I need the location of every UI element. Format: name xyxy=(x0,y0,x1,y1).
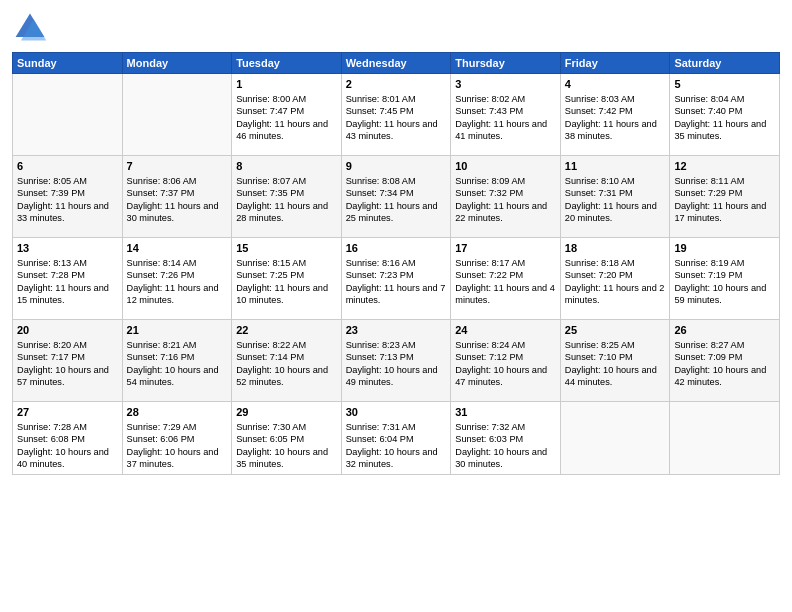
sunrise: Sunrise: 8:27 AM xyxy=(674,340,744,350)
day-number: 18 xyxy=(565,241,666,256)
daylight: Daylight: 11 hours and 2 minutes. xyxy=(565,283,665,305)
daylight: Daylight: 11 hours and 28 minutes. xyxy=(236,201,328,223)
logo xyxy=(12,10,52,46)
calendar-cell xyxy=(560,402,670,475)
sunset: Sunset: 6:06 PM xyxy=(127,434,195,444)
daylight: Daylight: 11 hours and 33 minutes. xyxy=(17,201,109,223)
calendar-cell xyxy=(122,74,232,156)
weekday-header: Monday xyxy=(122,53,232,74)
sunset: Sunset: 7:31 PM xyxy=(565,188,633,198)
sunrise: Sunrise: 8:00 AM xyxy=(236,94,306,104)
calendar-cell: 25Sunrise: 8:25 AMSunset: 7:10 PMDayligh… xyxy=(560,320,670,402)
sunrise: Sunrise: 8:11 AM xyxy=(674,176,744,186)
calendar-cell: 26Sunrise: 8:27 AMSunset: 7:09 PMDayligh… xyxy=(670,320,780,402)
calendar-cell: 24Sunrise: 8:24 AMSunset: 7:12 PMDayligh… xyxy=(451,320,561,402)
sunrise: Sunrise: 7:31 AM xyxy=(346,422,416,432)
sunrise: Sunrise: 7:32 AM xyxy=(455,422,525,432)
day-number: 6 xyxy=(17,159,118,174)
calendar-cell: 20Sunrise: 8:20 AMSunset: 7:17 PMDayligh… xyxy=(13,320,123,402)
sunrise: Sunrise: 8:20 AM xyxy=(17,340,87,350)
calendar-cell xyxy=(13,74,123,156)
sunrise: Sunrise: 8:15 AM xyxy=(236,258,306,268)
sunrise: Sunrise: 7:29 AM xyxy=(127,422,197,432)
daylight: Daylight: 11 hours and 17 minutes. xyxy=(674,201,766,223)
daylight: Daylight: 11 hours and 25 minutes. xyxy=(346,201,438,223)
sunrise: Sunrise: 8:10 AM xyxy=(565,176,635,186)
daylight: Daylight: 10 hours and 32 minutes. xyxy=(346,447,438,469)
day-number: 24 xyxy=(455,323,556,338)
sunset: Sunset: 7:45 PM xyxy=(346,106,414,116)
sunrise: Sunrise: 8:18 AM xyxy=(565,258,635,268)
sunset: Sunset: 6:05 PM xyxy=(236,434,304,444)
daylight: Daylight: 10 hours and 30 minutes. xyxy=(455,447,547,469)
calendar-week: 27Sunrise: 7:28 AMSunset: 6:08 PMDayligh… xyxy=(13,402,780,475)
calendar-week: 20Sunrise: 8:20 AMSunset: 7:17 PMDayligh… xyxy=(13,320,780,402)
calendar-cell: 28Sunrise: 7:29 AMSunset: 6:06 PMDayligh… xyxy=(122,402,232,475)
sunset: Sunset: 6:04 PM xyxy=(346,434,414,444)
sunrise: Sunrise: 8:01 AM xyxy=(346,94,416,104)
calendar-cell: 3Sunrise: 8:02 AMSunset: 7:43 PMDaylight… xyxy=(451,74,561,156)
calendar-cell: 8Sunrise: 8:07 AMSunset: 7:35 PMDaylight… xyxy=(232,156,342,238)
sunrise: Sunrise: 8:24 AM xyxy=(455,340,525,350)
day-number: 28 xyxy=(127,405,228,420)
daylight: Daylight: 10 hours and 49 minutes. xyxy=(346,365,438,387)
day-number: 20 xyxy=(17,323,118,338)
calendar: SundayMondayTuesdayWednesdayThursdayFrid… xyxy=(12,52,780,475)
daylight: Daylight: 11 hours and 7 minutes. xyxy=(346,283,446,305)
calendar-cell: 17Sunrise: 8:17 AMSunset: 7:22 PMDayligh… xyxy=(451,238,561,320)
calendar-cell: 6Sunrise: 8:05 AMSunset: 7:39 PMDaylight… xyxy=(13,156,123,238)
sunrise: Sunrise: 8:08 AM xyxy=(346,176,416,186)
weekday-header: Friday xyxy=(560,53,670,74)
day-number: 31 xyxy=(455,405,556,420)
calendar-cell: 16Sunrise: 8:16 AMSunset: 7:23 PMDayligh… xyxy=(341,238,451,320)
day-number: 14 xyxy=(127,241,228,256)
day-number: 21 xyxy=(127,323,228,338)
daylight: Daylight: 10 hours and 40 minutes. xyxy=(17,447,109,469)
weekday-header: Saturday xyxy=(670,53,780,74)
calendar-cell: 2Sunrise: 8:01 AMSunset: 7:45 PMDaylight… xyxy=(341,74,451,156)
sunrise: Sunrise: 8:06 AM xyxy=(127,176,197,186)
calendar-cell: 10Sunrise: 8:09 AMSunset: 7:32 PMDayligh… xyxy=(451,156,561,238)
calendar-header: SundayMondayTuesdayWednesdayThursdayFrid… xyxy=(13,53,780,74)
calendar-cell: 30Sunrise: 7:31 AMSunset: 6:04 PMDayligh… xyxy=(341,402,451,475)
calendar-cell: 22Sunrise: 8:22 AMSunset: 7:14 PMDayligh… xyxy=(232,320,342,402)
sunset: Sunset: 7:42 PM xyxy=(565,106,633,116)
calendar-cell: 18Sunrise: 8:18 AMSunset: 7:20 PMDayligh… xyxy=(560,238,670,320)
sunrise: Sunrise: 8:25 AM xyxy=(565,340,635,350)
day-number: 16 xyxy=(346,241,447,256)
sunrise: Sunrise: 8:13 AM xyxy=(17,258,87,268)
sunset: Sunset: 7:32 PM xyxy=(455,188,523,198)
calendar-cell xyxy=(670,402,780,475)
sunset: Sunset: 7:20 PM xyxy=(565,270,633,280)
day-number: 11 xyxy=(565,159,666,174)
sunset: Sunset: 7:14 PM xyxy=(236,352,304,362)
daylight: Daylight: 11 hours and 30 minutes. xyxy=(127,201,219,223)
calendar-cell: 14Sunrise: 8:14 AMSunset: 7:26 PMDayligh… xyxy=(122,238,232,320)
calendar-cell: 12Sunrise: 8:11 AMSunset: 7:29 PMDayligh… xyxy=(670,156,780,238)
daylight: Daylight: 10 hours and 35 minutes. xyxy=(236,447,328,469)
day-number: 4 xyxy=(565,77,666,92)
sunset: Sunset: 7:29 PM xyxy=(674,188,742,198)
daylight: Daylight: 10 hours and 52 minutes. xyxy=(236,365,328,387)
sunrise: Sunrise: 8:16 AM xyxy=(346,258,416,268)
weekday-header: Wednesday xyxy=(341,53,451,74)
day-number: 9 xyxy=(346,159,447,174)
header xyxy=(12,10,780,46)
sunset: Sunset: 7:12 PM xyxy=(455,352,523,362)
sunset: Sunset: 7:23 PM xyxy=(346,270,414,280)
day-number: 8 xyxy=(236,159,337,174)
sunrise: Sunrise: 8:17 AM xyxy=(455,258,525,268)
day-number: 13 xyxy=(17,241,118,256)
sunset: Sunset: 7:25 PM xyxy=(236,270,304,280)
day-number: 2 xyxy=(346,77,447,92)
daylight: Daylight: 10 hours and 57 minutes. xyxy=(17,365,109,387)
day-number: 26 xyxy=(674,323,775,338)
day-number: 7 xyxy=(127,159,228,174)
day-number: 29 xyxy=(236,405,337,420)
sunset: Sunset: 7:43 PM xyxy=(455,106,523,116)
weekday-row: SundayMondayTuesdayWednesdayThursdayFrid… xyxy=(13,53,780,74)
weekday-header: Thursday xyxy=(451,53,561,74)
sunrise: Sunrise: 8:07 AM xyxy=(236,176,306,186)
calendar-body: 1Sunrise: 8:00 AMSunset: 7:47 PMDaylight… xyxy=(13,74,780,475)
logo-icon xyxy=(12,10,48,46)
